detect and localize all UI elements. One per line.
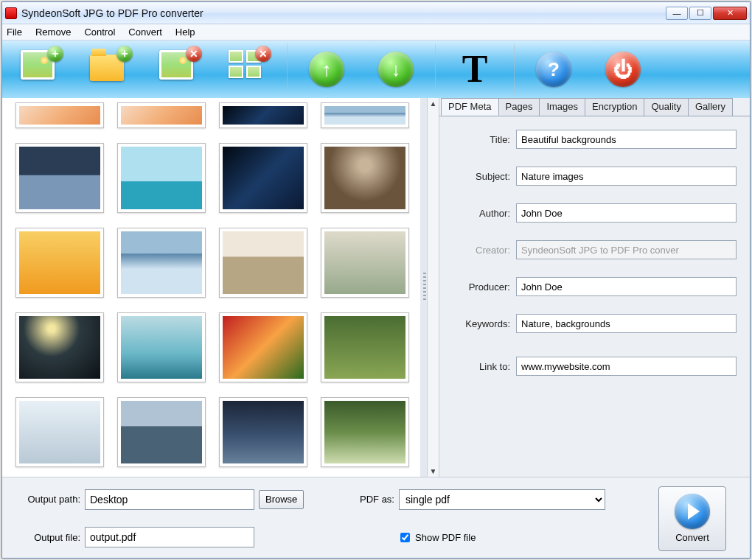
thumbnail[interactable] [117,397,206,467]
output-file-row: Output file: [13,526,330,548]
show-pdf-label: Show PDF file [415,532,476,543]
thumbnail[interactable] [321,228,409,298]
plus-badge-icon: + [116,46,133,62]
title-label: Title: [450,134,510,145]
output-path-input[interactable] [85,489,254,510]
arrow-up-icon: ↑ [309,52,344,87]
creator-input [516,240,737,259]
tab-gallery[interactable]: Gallery [688,98,733,116]
thumbnail[interactable] [219,312,307,382]
scroll-up-icon[interactable]: ▲ [430,99,437,108]
subject-input[interactable] [516,167,737,186]
link-input[interactable] [516,357,737,376]
thumbnail[interactable] [321,102,409,128]
producer-label: Producer: [450,281,510,293]
plus-badge-icon: + [47,46,63,62]
thumbnail[interactable] [321,397,409,467]
maximize-button[interactable]: ☐ [689,7,711,20]
separator [287,43,288,95]
author-input[interactable] [516,203,737,223]
keywords-label: Keywords: [450,318,510,329]
tab-quality[interactable]: Quality [644,98,688,116]
scroll-down-icon[interactable]: ▼ [430,467,437,475]
menu-file[interactable]: File [7,27,22,38]
tab-encryption[interactable]: Encryption [585,98,644,116]
x-badge-icon: ✕ [255,46,271,62]
subject-label: Subject: [450,171,510,182]
close-button[interactable]: ✕ [713,7,747,20]
move-up-button[interactable]: ↑ [293,43,360,95]
bottom-bar: Output path: Browse PDF as: single pdf C… [2,477,750,558]
help-icon: ? [536,52,571,87]
field-author: Author: [450,203,737,223]
thumbnail[interactable] [15,102,104,128]
help-button[interactable]: ? [521,43,587,95]
show-pdf-checkbox[interactable] [400,533,410,542]
menu-remove[interactable]: Remove [35,27,71,38]
field-title: Title: [450,130,737,149]
app-icon [5,7,17,19]
pdf-as-row: PDF as: single pdf [352,489,636,511]
thumbnail[interactable] [219,397,307,467]
menu-help[interactable]: Help [175,27,195,38]
move-down-button[interactable]: ↓ [363,43,429,95]
convert-button[interactable]: Convert [658,486,726,551]
tab-pages[interactable]: Pages [498,98,540,116]
output-file-label: Output file: [13,532,80,543]
thumbnail[interactable] [117,143,206,213]
play-icon [675,494,710,529]
output-path-row: Output path: Browse [13,489,330,511]
app-window: SyndeonSoft JPG to PDF Pro converter — ☐… [1,1,751,559]
field-keywords: Keywords: [450,314,737,333]
pdf-as-label: PDF as: [352,494,394,505]
thumbnail[interactable] [117,312,206,382]
tab-body: Title: Subject: Author: Creator: Produce… [439,116,750,477]
thumbnail[interactable] [117,228,206,298]
title-input[interactable] [516,130,737,149]
thumbnail[interactable] [321,312,409,382]
thumbnail[interactable] [15,397,104,467]
separator [514,43,515,95]
toolbar: + + ✕ ✕ ↑ ↓ [2,41,750,98]
link-label: Link to: [450,361,510,372]
menu-convert[interactable]: Convert [128,27,162,38]
thumbnail[interactable] [219,228,307,298]
titlebar: SyndeonSoft JPG to PDF Pro converter — ☐… [2,2,750,24]
browse-button[interactable]: Browse [259,490,304,509]
add-folder-button[interactable]: + [76,43,142,95]
thumbnail[interactable] [15,228,104,298]
thumbnail[interactable] [15,312,104,382]
menu-control[interactable]: Control [84,27,115,38]
thumbnail[interactable] [219,102,307,128]
minimize-button[interactable]: — [666,7,688,20]
right-pane: PDF Meta Pages Images Encryption Quality… [439,98,750,477]
text-button[interactable]: T [442,43,508,95]
creator-label: Creator: [450,245,510,256]
exit-button[interactable]: ⏻ [590,43,656,95]
tab-images[interactable]: Images [539,98,585,116]
remove-all-button[interactable]: ✕ [215,43,281,95]
output-file-input[interactable] [85,527,254,547]
keywords-input[interactable] [516,314,737,333]
separator [435,43,436,95]
author-label: Author: [450,208,510,219]
remove-image-button[interactable]: ✕ [145,43,212,95]
thumbnail[interactable] [321,143,409,213]
content-area: ▲ ▼ PDF Meta Pages Images Encryption Qua… [2,98,750,477]
pdf-as-select[interactable]: single pdf [399,489,605,510]
power-icon: ⏻ [605,52,641,87]
tab-pdf-meta[interactable]: PDF Meta [441,98,499,116]
thumbnail-grid[interactable] [2,98,422,477]
menubar: File Remove Control Convert Help [2,24,750,41]
thumbnail[interactable] [15,143,104,213]
text-icon: T [462,52,488,87]
add-image-button[interactable]: + [7,43,73,95]
thumbnail[interactable] [117,102,206,128]
field-subject: Subject: [450,167,737,186]
producer-input[interactable] [516,277,737,296]
tab-bar: PDF Meta Pages Images Encryption Quality… [439,98,750,116]
arrow-down-icon: ↓ [378,52,414,87]
thumbnail[interactable] [219,143,307,213]
window-title: SyndeonSoft JPG to PDF Pro converter [21,7,664,19]
field-link: Link to: [450,357,737,376]
